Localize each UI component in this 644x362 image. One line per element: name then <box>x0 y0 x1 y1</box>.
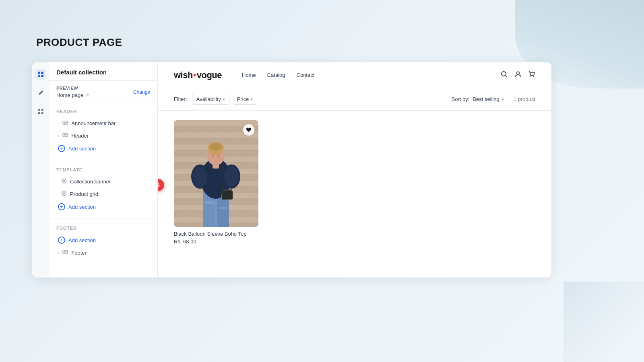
svg-rect-3 <box>41 75 43 77</box>
section-icon-footer <box>62 249 68 256</box>
product-grid-label: Product grid <box>70 191 149 197</box>
svg-point-47 <box>212 154 214 157</box>
product-name: Black Balloon Sleeve Boho Top <box>174 231 258 237</box>
section-icon-announcement <box>62 120 68 127</box>
price-filter-button[interactable]: Price ▾ <box>233 94 258 105</box>
plus-icon-template: + <box>58 203 65 210</box>
sort-select[interactable]: Best selling ▾ <box>473 96 504 102</box>
section-item-footer[interactable]: › Footer <box>56 247 150 259</box>
svg-point-14 <box>62 179 66 183</box>
svg-point-7 <box>41 112 43 114</box>
svg-point-5 <box>41 109 43 111</box>
sidebar-sections-icon[interactable] <box>35 69 46 80</box>
sidebar-brush-icon[interactable] <box>35 87 46 99</box>
template-add-section-label: Add section <box>68 204 96 210</box>
section-item-product-grid[interactable]: Product grid <box>56 188 150 200</box>
product-count: 1 product <box>514 96 535 102</box>
sort-label: Sort by: <box>452 96 470 102</box>
store-navbar: wish♥vogue Home Catalog Contact <box>158 62 551 88</box>
svg-point-15 <box>63 180 65 182</box>
template-group: TEMPLATE Collection banner Product grid <box>49 162 157 216</box>
product-card[interactable]: Black Balloon Sleeve Boho Top Rs. 68.00 <box>174 120 258 245</box>
nav-catalog[interactable]: Catalog <box>267 72 285 78</box>
divider-1 <box>49 160 157 160</box>
svg-point-46 <box>210 143 222 151</box>
svg-rect-0 <box>38 72 40 74</box>
search-icon[interactable] <box>501 71 508 80</box>
svg-rect-1 <box>41 72 43 74</box>
availability-filter-button[interactable]: Availability ▾ <box>192 94 229 105</box>
footer-add-section-label: Add section <box>68 237 96 243</box>
header-group-label: HEADER <box>56 109 150 114</box>
cart-icon[interactable] <box>528 71 535 80</box>
footer-add-section[interactable]: + Add section <box>56 234 150 247</box>
product-image <box>174 120 258 227</box>
product-price: Rs. 68.00 <box>174 239 258 245</box>
svg-point-21 <box>502 72 506 76</box>
section-item-collection-banner[interactable]: Collection banner <box>56 175 150 188</box>
external-link-icon: ↗ <box>85 93 89 98</box>
header-group: HEADER › Announcement bar › Header <box>49 103 157 158</box>
section-item-header[interactable]: › Header <box>56 130 150 142</box>
sort-section: Sort by: Best selling ▾ 1 product <box>452 96 535 102</box>
header-add-section-label: Add section <box>68 146 96 152</box>
section-icon-header <box>62 132 68 139</box>
svg-rect-37 <box>218 207 227 209</box>
nav-home[interactable]: Home <box>242 72 256 78</box>
filter-bar: Filter: Availability ▾ Price ▾ Sort by: … <box>158 88 551 111</box>
template-group-label: TEMPLATE <box>56 167 150 172</box>
store-logo: wish♥vogue <box>174 70 222 80</box>
svg-point-42 <box>224 166 239 187</box>
panel-header-title: Default collection <box>56 69 150 76</box>
chevron-right-icon-5: › <box>58 251 59 255</box>
store-nav-icons <box>501 71 535 80</box>
footer-group: FOOTER + Add section › Footer <box>49 220 157 262</box>
logo-heart-icon: ♥ <box>193 72 196 78</box>
sections-panel: HEADER › Announcement bar › Header <box>49 103 157 278</box>
section-item-announcement-bar[interactable]: › Announcement bar <box>56 117 150 130</box>
bg-decoration-bottom <box>564 282 644 362</box>
nav-contact[interactable]: Contact <box>297 72 315 78</box>
svg-point-48 <box>217 154 220 157</box>
account-icon[interactable] <box>514 71 522 80</box>
logo-vogue-text: vogue <box>197 70 222 80</box>
preview-label: PREVIEW <box>56 86 89 90</box>
availability-filter-label: Availability <box>196 96 221 102</box>
product-wishlist-icon[interactable] <box>243 124 254 136</box>
chevron-right-icon-2: › <box>58 134 59 138</box>
logo-wish-text: wish <box>174 70 193 80</box>
page-title: PRODUCT PAGE <box>36 36 122 49</box>
preview-area: 3 wish♥vogue Home Catalog Contact <box>158 62 551 278</box>
section-icon-product-grid <box>61 191 67 197</box>
preview-page-name: Home page <box>56 92 83 98</box>
svg-rect-11 <box>63 134 68 137</box>
collection-banner-label: Collection banner <box>70 179 149 185</box>
product-photo <box>174 120 258 227</box>
plus-icon-footer: + <box>58 237 65 244</box>
svg-point-16 <box>62 191 66 196</box>
svg-rect-8 <box>63 121 68 124</box>
svg-rect-36 <box>204 201 214 204</box>
preview-section: PREVIEW Home page ↗ Change <box>49 81 157 103</box>
svg-point-4 <box>38 109 40 111</box>
template-add-section[interactable]: + Add section <box>56 200 150 213</box>
svg-point-23 <box>517 72 520 74</box>
svg-point-41 <box>193 166 207 187</box>
announcement-bar-label: Announcement bar <box>71 120 149 126</box>
section-icon-collection-banner <box>61 178 67 185</box>
svg-point-17 <box>63 193 65 194</box>
header-label: Header <box>71 133 149 139</box>
sidebar-apps-icon[interactable] <box>35 106 46 117</box>
price-filter-label: Price <box>237 96 249 102</box>
editor-container: Default collection PREVIEW Home page ↗ C… <box>32 62 551 278</box>
change-button[interactable]: Change <box>133 89 150 95</box>
header-add-section[interactable]: + Add section <box>56 142 150 155</box>
footer-group-label: FOOTER <box>56 226 150 230</box>
preview-page: Home page ↗ <box>56 92 89 98</box>
svg-point-24 <box>530 76 531 77</box>
svg-point-25 <box>533 76 534 77</box>
footer-label: Footer <box>71 250 149 256</box>
svg-rect-51 <box>223 189 232 191</box>
divider-2 <box>49 218 157 218</box>
svg-rect-18 <box>63 251 68 254</box>
